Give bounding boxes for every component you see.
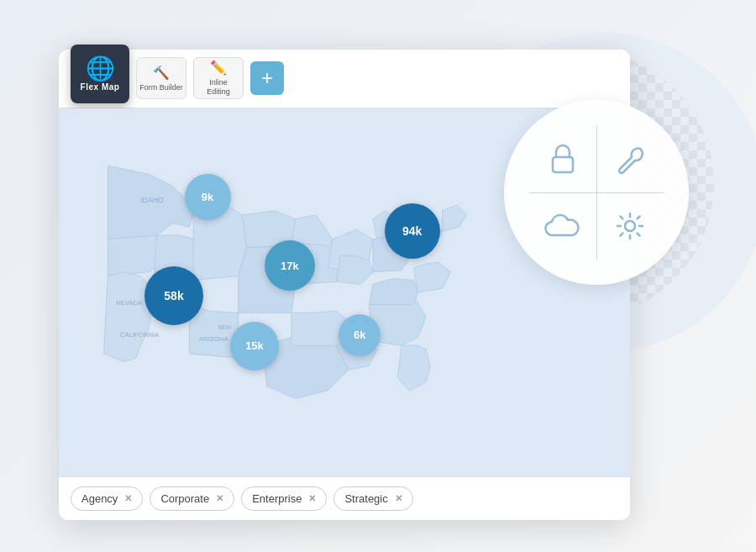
form-builder-icon: 🔨: [153, 65, 170, 81]
filter-agency-close[interactable]: ✕: [124, 493, 132, 504]
bubble-6k: 6k: [339, 314, 381, 356]
form-builder-button[interactable]: 🔨 Form Builder: [136, 57, 186, 99]
filter-strategic[interactable]: Strategic ✕: [333, 486, 412, 511]
globe-icon: 🌐: [86, 57, 115, 81]
icon-grid: [529, 125, 664, 260]
inline-editing-button[interactable]: ✏️ InlineEditing: [193, 57, 244, 99]
add-icon: +: [261, 68, 273, 88]
app-icon: 🌐 Flex Map: [71, 45, 129, 103]
filter-corporate-close[interactable]: ✕: [216, 493, 223, 504]
bubble-94k: 94k: [385, 203, 440, 259]
bubble-58k: 58k: [144, 266, 203, 325]
svg-rect-0: [553, 157, 573, 172]
bubble-17k: 17k: [265, 240, 315, 291]
filter-corporate-label: Corporate: [160, 492, 209, 505]
svg-text:ARIZONA: ARIZONA: [199, 335, 228, 343]
bubble-9k: 9k: [185, 174, 231, 220]
filter-strategic-label: Strategic: [344, 492, 387, 505]
form-builder-label: Form Builder: [139, 83, 183, 92]
svg-text:NEW: NEW: [218, 323, 231, 329]
inline-editing-label: InlineEditing: [207, 78, 230, 97]
app-name: Flex Map: [81, 82, 120, 92]
svg-text:NEVADA: NEVADA: [116, 298, 143, 306]
svg-point-1: [625, 221, 635, 231]
wrench-icon: [596, 125, 664, 192]
add-button[interactable]: +: [250, 61, 284, 95]
inline-editing-icon: ✏️: [210, 60, 227, 76]
filter-agency[interactable]: Agency ✕: [71, 486, 143, 511]
gear-icon: [596, 192, 664, 260]
svg-text:CALIFORNIA: CALIFORNIA: [120, 331, 160, 339]
svg-text:IDAHO: IDAHO: [140, 196, 164, 204]
bubble-15k: 15k: [230, 322, 279, 371]
filter-strategic-close[interactable]: ✕: [395, 493, 402, 504]
filter-enterprise[interactable]: Enterprise ✕: [241, 486, 327, 511]
icon-overlay-circle: [504, 100, 689, 285]
filter-enterprise-label: Enterprise: [252, 492, 302, 505]
lock-icon: [529, 125, 596, 192]
filter-corporate[interactable]: Corporate ✕: [150, 486, 234, 511]
filter-agency-label: Agency: [81, 492, 118, 505]
toolbar: 🌐 Flex Map 🔨 Form Builder ✏️ InlineEditi…: [59, 50, 630, 108]
filter-bar: Agency ✕ Corporate ✕ Enterprise ✕ Strate…: [59, 476, 630, 520]
cloud-icon: [529, 192, 596, 260]
filter-enterprise-close[interactable]: ✕: [308, 493, 316, 504]
scene: 🌐 Flex Map 🔨 Form Builder ✏️ InlineEditi…: [17, 16, 739, 537]
